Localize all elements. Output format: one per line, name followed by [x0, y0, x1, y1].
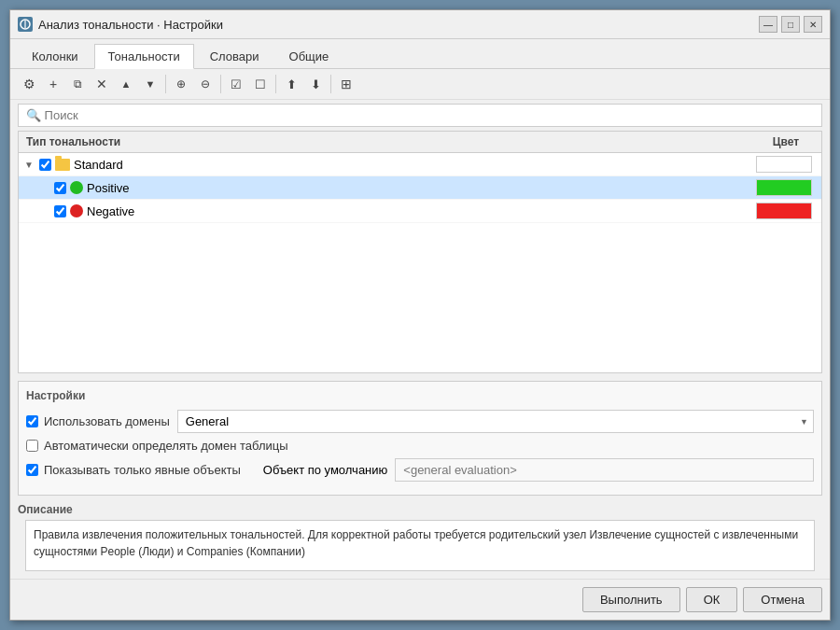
tab-general[interactable]: Общие	[275, 44, 343, 69]
expand-arrow-icon: ▼	[24, 160, 35, 170]
execute-button[interactable]: Выполнить	[582, 587, 680, 612]
show-explicit-checkbox[interactable]	[26, 464, 38, 476]
add-button[interactable]: +	[42, 73, 64, 95]
import-button[interactable]: ⬆	[280, 73, 302, 95]
color-swatch	[756, 156, 812, 173]
domain-select-wrap: General Finance Technology Social	[177, 410, 814, 433]
domain-select[interactable]: General Finance Technology Social	[177, 410, 814, 433]
delete-button[interactable]: ✕	[91, 73, 113, 95]
action1-button[interactable]: ⊕	[170, 73, 192, 95]
settings-tool-button[interactable]: ⚙	[18, 73, 40, 95]
close-button[interactable]: ✕	[804, 16, 822, 33]
export-button[interactable]: ⬇	[304, 73, 327, 95]
settings-section: Настройки Использовать домены General Fi…	[18, 381, 822, 496]
tree-col-color: Цвет	[758, 135, 814, 148]
show-explicit-row: Показывать только явные объекты Объект п…	[26, 458, 814, 482]
tab-columns[interactable]: Колонки	[18, 44, 92, 69]
node-label: Negative	[87, 204, 134, 218]
red-dot-icon	[70, 204, 83, 217]
toolbar: ⚙ + ⧉ ✕ ▲ ▼ ⊕ ⊖ ☑ ☐ ⬆ ⬇ ⊞	[10, 69, 830, 100]
node-label: Standard	[74, 158, 123, 172]
settings-title: Настройки	[26, 389, 814, 402]
copy-button[interactable]: ⧉	[66, 73, 89, 95]
tree-area: Тип тональности Цвет ▼ Standard ▼	[18, 131, 822, 373]
maximize-button[interactable]: □	[781, 16, 800, 33]
tree-row[interactable]: ▼ Standard	[19, 153, 821, 176]
use-domains-checkbox[interactable]	[26, 415, 38, 427]
tab-bar: Колонки Тональности Словари Общие	[10, 39, 830, 69]
check-all-button[interactable]: ☑	[225, 73, 247, 95]
use-domains-label: Использовать домены	[26, 414, 170, 428]
down-button[interactable]: ▼	[139, 73, 161, 95]
auto-detect-label: Автоматически определять домен таблицы	[26, 439, 288, 453]
node-label: Positive	[87, 181, 130, 195]
default-object-label: Объект по умолчанию	[263, 463, 388, 477]
folder-icon	[55, 159, 70, 171]
tree-row[interactable]: ▼ Positive	[19, 176, 821, 200]
auto-detect-row: Автоматически определять домен таблицы	[26, 439, 814, 453]
separator-4	[330, 75, 331, 93]
auto-detect-checkbox[interactable]	[26, 440, 38, 452]
tab-tonalities[interactable]: Тональности	[94, 44, 194, 69]
description-text: Правила извлечения положительных тональн…	[25, 520, 815, 571]
checkbox-negative[interactable]	[54, 205, 66, 217]
green-dot-icon	[70, 181, 83, 194]
tab-dictionaries[interactable]: Словари	[196, 44, 273, 69]
description-label: Описание	[18, 503, 822, 516]
app-icon	[18, 17, 33, 32]
description-section: Описание Правила извлечения положительны…	[18, 503, 822, 571]
cancel-button[interactable]: Отмена	[743, 587, 822, 612]
separator-1	[165, 75, 166, 93]
checkbox-standard[interactable]	[39, 159, 51, 171]
use-domains-row: Использовать домены General Finance Tech…	[26, 410, 814, 433]
up-button[interactable]: ▲	[115, 73, 137, 95]
titlebar: Анализ тональности · Настройки — □ ✕	[10, 10, 830, 39]
checkbox-positive[interactable]	[54, 182, 66, 194]
grid-button[interactable]: ⊞	[335, 73, 357, 95]
main-window: Анализ тональности · Настройки — □ ✕ Кол…	[9, 9, 831, 621]
window-title: Анализ тональности · Настройки	[38, 18, 223, 32]
color-swatch-red	[756, 203, 812, 219]
default-object-input[interactable]	[395, 458, 814, 482]
minimize-button[interactable]: —	[759, 16, 777, 33]
show-explicit-label: Показывать только явные объекты	[26, 463, 241, 477]
tree-row[interactable]: ▼ Negative	[19, 200, 821, 223]
search-input[interactable]	[18, 104, 822, 127]
separator-2	[220, 75, 221, 93]
footer: Выполнить ОК Отмена	[10, 579, 830, 620]
ok-button[interactable]: ОК	[686, 587, 738, 612]
color-swatch-green	[756, 179, 812, 196]
action2-button[interactable]: ⊖	[194, 73, 217, 95]
tree-header: Тип тональности Цвет	[19, 132, 821, 153]
separator-3	[275, 75, 276, 93]
uncheck-all-button[interactable]: ☐	[249, 73, 272, 95]
tree-col-type: Тип тональности	[26, 135, 758, 148]
search-bar	[10, 100, 830, 131]
